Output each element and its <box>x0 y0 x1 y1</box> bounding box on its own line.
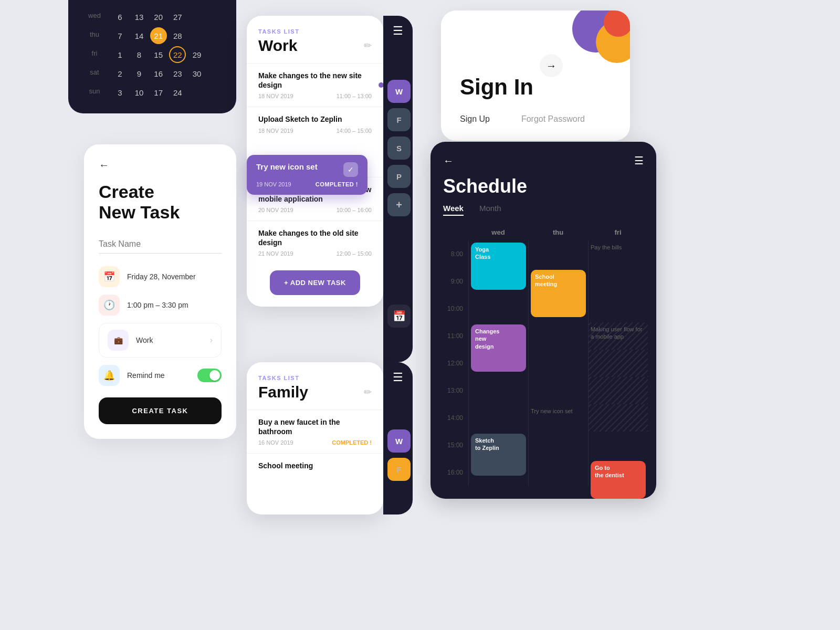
time-8: 8:00 <box>439 240 468 268</box>
family-task-1[interactable]: Buy a new faucet in the bathroom 16 NOV … <box>247 410 383 453</box>
task-meta-2: 18 NOV 2019 14:00 – 15:00 <box>258 128 372 134</box>
time-row: 🕐 1:00 pm – 3:30 pm <box>99 295 222 316</box>
task-date-5: 21 NOV 2019 <box>258 250 293 257</box>
cal-day-thu: thu <box>79 27 110 44</box>
task-time-2: 14:00 – 15:00 <box>337 128 372 134</box>
back-arrow-icon[interactable]: ← <box>99 159 222 171</box>
tasks-family-title-row: Family ✏ <box>258 383 372 401</box>
cell-wed-9 <box>468 268 528 295</box>
cell-wed-11: Changesnewdesign <box>468 322 528 350</box>
signup-link[interactable]: Sign Up <box>460 114 490 124</box>
cal-day-sat: sat <box>79 65 110 82</box>
popup-status: COMPLETED ! <box>316 181 358 187</box>
cell-thu-10 <box>528 295 588 322</box>
completed-popup: Try new icon set ✓ 19 NOV 2019 COMPLETED… <box>247 155 368 195</box>
family-task-date-1: 16 NOV 2019 <box>258 439 293 446</box>
cell-fri-16: Go tothe dentist <box>588 459 648 486</box>
schedule-title: Schedule <box>443 175 644 197</box>
task-date-display: Friday 28, November <box>127 272 196 281</box>
cal-day-wed: wed <box>79 8 110 25</box>
task-meta-1: 18 NOV 2019 11:00 – 13:00 <box>258 93 372 99</box>
clock-detail-icon: 🕐 <box>99 295 120 316</box>
calendar-detail-icon: 📅 <box>99 266 120 287</box>
cell-wed-15: Sketchto Zeplin <box>468 432 528 459</box>
task-name-5: Make changes to the old site design <box>258 228 372 247</box>
cal-day-fri: fri <box>79 46 110 63</box>
time-13: 13:00 <box>439 377 468 404</box>
create-task-card: ← CreateNew Task 📅 Friday 28, November 🕐… <box>84 144 236 439</box>
try-icon-set-text: Try new icon set <box>529 404 588 418</box>
category-icon: 💼 <box>108 330 129 351</box>
task-dot-1 <box>379 82 383 88</box>
task-date-1: 18 NOV 2019 <box>258 93 293 99</box>
tab-week[interactable]: Week <box>443 204 464 216</box>
popup-top: Try new icon set ✓ <box>256 162 358 177</box>
hamburger-menu-icon[interactable]: ☰ <box>393 24 403 38</box>
signin-title: Sign In <box>460 75 533 100</box>
cell-wed-16 <box>468 459 528 486</box>
cell-wed-12 <box>468 350 528 377</box>
task-date-4: 20 NOV 2019 <box>258 207 293 213</box>
tasks-sidebar: W F S P + <box>387 80 411 216</box>
schedule-header: ← ☰ <box>430 154 656 167</box>
sidebar-circle-w[interactable]: W <box>387 80 411 103</box>
task-time-5: 12:00 – 15:00 <box>337 250 372 257</box>
family-sidebar-f[interactable]: F <box>387 458 411 481</box>
calendar-icon-sidebar[interactable]: 📅 <box>387 304 411 328</box>
cell-wed-14 <box>468 404 528 432</box>
task-time-1: 11:00 – 13:00 <box>337 93 372 99</box>
cell-thu-8 <box>528 240 588 268</box>
edit-icon[interactable]: ✏ <box>364 40 372 51</box>
sidebar-circle-f[interactable]: F <box>387 108 411 131</box>
remind-toggle[interactable] <box>197 369 222 382</box>
col-header-wed: wed <box>468 224 528 240</box>
task-name-1: Make changes to the new site design <box>258 71 372 90</box>
task-item-5[interactable]: Make changes to the old site design 21 N… <box>247 220 383 264</box>
task-meta-4: 20 NOV 2019 10:00 – 16:00 <box>258 207 372 213</box>
forgot-password-link[interactable]: Forgot Password <box>521 114 585 124</box>
tasks-work-label: TASKS LIST <box>258 28 372 35</box>
sidebar-circle-s[interactable]: S <box>387 136 411 160</box>
cell-fri-9 <box>588 268 648 295</box>
calendar-grid: wed 6 13 20 27 thu 7 14 21 28 fri 1 8 15… <box>79 8 226 101</box>
family-sidebar-w[interactable]: W <box>387 429 411 453</box>
cell-wed-13 <box>468 377 528 404</box>
schedule-menu-icon[interactable]: ☰ <box>634 154 644 167</box>
time-9: 9:00 <box>439 268 468 295</box>
tasks-work-header: TASKS LIST Work ✏ <box>247 28 383 63</box>
popup-task-name: Try new icon set <box>256 162 318 171</box>
create-task-title: CreateNew Task <box>99 182 222 223</box>
time-10: 10:00 <box>439 295 468 322</box>
dentist-event[interactable]: Go tothe dentist <box>591 461 646 499</box>
cell-fri-10 <box>588 295 648 322</box>
add-task-button[interactable]: + ADD NEW TASK <box>270 270 360 295</box>
cell-fri-13 <box>588 377 648 404</box>
cell-thu-13 <box>528 377 588 404</box>
col-header-thu: thu <box>528 224 588 240</box>
schedule-back-arrow[interactable]: ← <box>443 155 454 167</box>
category-label: Work <box>136 336 153 344</box>
task-item-1[interactable]: Make changes to the new site design 18 N… <box>247 63 383 107</box>
family-sidebar: W F <box>387 429 411 481</box>
cell-fri-14 <box>588 404 648 432</box>
family-task-2[interactable]: School meeting <box>247 453 383 481</box>
sidebar-circle-add[interactable]: + <box>387 193 411 216</box>
popup-check-icon[interactable]: ✓ <box>343 162 358 177</box>
task-name-input[interactable] <box>99 235 222 254</box>
category-work-row[interactable]: 💼 Work › <box>99 323 222 358</box>
tab-month[interactable]: Month <box>479 204 501 216</box>
cell-fri-11: Making user flow for a mobile app <box>588 322 648 350</box>
popup-bottom: 19 NOV 2019 COMPLETED ! <box>256 181 358 187</box>
create-task-button[interactable]: CREATE TASK <box>99 397 222 424</box>
task-time-4: 10:00 – 16:00 <box>337 207 372 213</box>
schedule-tabs: Week Month <box>443 204 644 216</box>
cell-thu-14: Try new icon set <box>528 404 588 432</box>
time-16: 16:00 <box>439 459 468 486</box>
col-header-fri: fri <box>588 224 648 240</box>
family-edit-icon[interactable]: ✏ <box>364 386 372 398</box>
cell-thu-12 <box>528 350 588 377</box>
task-item-2[interactable]: Upload Sketch to Zeplin 18 NOV 2019 14:0… <box>247 107 383 141</box>
family-hamburger-icon[interactable]: ☰ <box>393 371 403 384</box>
sidebar-circle-p[interactable]: P <box>387 165 411 188</box>
task-meta-5: 21 NOV 2019 12:00 – 15:00 <box>258 250 372 257</box>
